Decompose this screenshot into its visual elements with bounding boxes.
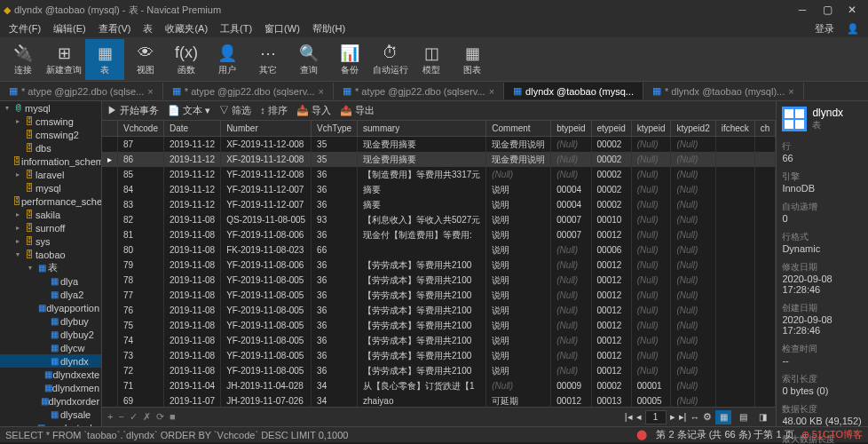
tree-item-mysql[interactable]: ▾🛢mysql <box>0 101 101 115</box>
table-row[interactable]: ▸862019-11-12XF-2019-11-12-00835现金费用摘要现金… <box>102 152 776 167</box>
tree-item-surnoff[interactable]: ▸🗄surnoff <box>0 221 101 234</box>
table-row[interactable]: 852019-11-12YF-2019-11-12-00836【制造费用】等费用… <box>102 167 776 182</box>
pager-limit[interactable]: ↔ <box>690 412 699 423</box>
pager-page-input[interactable] <box>645 410 667 424</box>
ctb-排序[interactable]: ↕ 排序 <box>260 104 288 117</box>
table-row[interactable]: 752019-11-08YF-2019-11-08-00536【劳劳成本】等费用… <box>102 318 776 333</box>
tree-item-goodsstocks[interactable]: ▦goodsstocks <box>0 421 101 426</box>
tree-item-dlysale[interactable]: ▦dlysale <box>0 408 101 421</box>
user-icon[interactable]: 👤 <box>841 21 864 36</box>
pager-first[interactable]: |◂ <box>625 411 633 423</box>
tool-查询[interactable]: 🔍查询 <box>289 39 328 80</box>
tool-自动运行[interactable]: ⏱自动运行 <box>371 39 410 80</box>
menu-view[interactable]: 查看(V) <box>93 20 137 37</box>
col-ch[interactable]: ch <box>754 121 776 137</box>
panel-toggle-button[interactable]: ◨ <box>754 410 770 424</box>
tree-item-cmswing[interactable]: ▸🗄cmswing <box>0 115 101 128</box>
col-Number[interactable]: Number <box>221 121 312 137</box>
table-row[interactable]: 742019-11-08YF-2019-11-08-00536【劳劳成本】等费用… <box>102 333 776 348</box>
col-Date[interactable]: Date <box>163 121 220 137</box>
tool-新建查询[interactable]: ⊞新建查询 <box>44 39 83 80</box>
menu-help[interactable]: 帮助(H) <box>307 20 351 37</box>
table-row[interactable]: 822019-11-08QS-2019-11-08-00593【利息收入】等收入… <box>102 212 776 227</box>
ctb-文本 ▾[interactable]: 📄 文本 ▾ <box>168 104 210 117</box>
tab[interactable]: ▦* dlyndx @taobao (mysql)...× <box>643 83 804 99</box>
table-row[interactable]: 692019-11-07JH-2019-11-07-02634zhaiyao可延… <box>102 393 776 407</box>
tool-其它[interactable]: ⋯其它 <box>249 39 288 80</box>
table-row[interactable]: 812019-11-08YF-2019-11-08-00636现金付【制造费用】… <box>102 227 776 242</box>
tool-用户[interactable]: 👤用户 <box>208 39 247 80</box>
tree-item-dlyndxmen[interactable]: ▦dlyndxmen <box>0 381 101 394</box>
tree-item-dlya[interactable]: ▦dlya <box>0 274 101 288</box>
menu-favorite[interactable]: 收藏夹(A) <box>160 20 213 37</box>
table-row[interactable]: 872019-11-12XF-2019-11-12-00835现金费用摘要现金费… <box>102 137 776 153</box>
table-row[interactable]: 782019-11-08YF-2019-11-08-00536【劳劳成本】等费用… <box>102 273 776 288</box>
tool-表[interactable]: ▦表 <box>85 39 124 80</box>
grid-view-button[interactable]: ▦ <box>715 410 731 424</box>
tool-模型[interactable]: ◫模型 <box>412 39 451 80</box>
tree-item-dlyndx[interactable]: ▦dlyndx <box>0 354 101 368</box>
tab[interactable]: ▦* atype @gjp22.dbo (sqlse...× <box>0 83 163 99</box>
tree-item-mysql[interactable]: 🗄mysql <box>0 181 101 194</box>
tree-item-information_schema[interactable]: 🗄information_schema <box>0 155 101 168</box>
tree-item-cmswing2[interactable]: 🗄cmswing2 <box>0 128 101 141</box>
table-row[interactable]: 842019-11-12YF-2019-11-12-00736摘要说明00004… <box>102 182 776 197</box>
col-VchType[interactable]: VchType <box>312 121 358 137</box>
table-row[interactable]: 712019-11-04JH-2019-11-04-02834从【良心零食】订货… <box>102 378 776 393</box>
tree-item-sakila[interactable]: ▸🗄sakila <box>0 208 101 221</box>
tree-item-laravel[interactable]: ▸🗄laravel <box>0 168 101 181</box>
tree-item-sys[interactable]: ▸🗄sys <box>0 234 101 248</box>
tree-item-dlyndxorder[interactable]: ▦dlyndxorder <box>0 394 101 408</box>
tree-item-taobao[interactable]: ▾🗄taobao <box>0 248 101 261</box>
tab[interactable]: ▦* atype @gjp22.dbo (sqlserv...× <box>334 83 504 99</box>
cancel-button[interactable]: ✗ <box>143 411 151 423</box>
col-ktypeid2[interactable]: ktypeid2 <box>671 121 715 137</box>
table-row[interactable]: 792019-11-08YF-2019-11-08-00636【劳劳成本】等费用… <box>102 258 776 273</box>
ctb-导入[interactable]: 📥 导入 <box>296 104 331 117</box>
menu-window[interactable]: 窗口(W) <box>259 20 305 37</box>
tree-item-表[interactable]: ▾▦表 <box>0 261 101 274</box>
pager-last[interactable]: ▸| <box>679 411 687 423</box>
table-row[interactable]: 772019-11-08YF-2019-11-08-00536【劳劳成本】等费用… <box>102 288 776 303</box>
tool-备份[interactable]: 📊备份 <box>330 39 369 80</box>
tree-item-dlycw[interactable]: ▦dlycw <box>0 341 101 354</box>
tree-item-performance_schema[interactable]: 🗄performance_schema <box>0 194 101 208</box>
col-Comment[interactable]: Comment <box>486 121 551 137</box>
add-row-button[interactable]: + <box>107 411 113 423</box>
table-row[interactable]: 722019-11-08YF-2019-11-08-00536【劳劳成本】等费用… <box>102 363 776 378</box>
refresh-button[interactable]: ⟳ <box>156 411 164 423</box>
pager-prev[interactable]: ◂ <box>636 411 642 423</box>
col-summary[interactable]: summary <box>358 121 486 137</box>
table-row[interactable]: 802019-11-08FK-2019-11-08-02366说明(Null)0… <box>102 242 776 258</box>
tab[interactable]: ▦dlyndx @taobao (mysq... <box>504 83 643 99</box>
login-button[interactable]: 登录 <box>809 20 840 37</box>
data-grid[interactable]: VchcodeDateNumberVchTypesummaryCommentbt… <box>102 121 776 407</box>
menu-edit[interactable]: 编辑(E) <box>48 20 91 37</box>
delete-row-button[interactable]: − <box>119 411 124 423</box>
pager-next[interactable]: ▸ <box>670 411 675 423</box>
tree-item-dlya2[interactable]: ▦dlya2 <box>0 288 101 301</box>
commit-button[interactable]: ✓ <box>130 411 138 423</box>
tree-item-dlyndxexte[interactable]: ▦dlyndxexte <box>0 368 101 381</box>
col-ifcheck[interactable]: ifcheck <box>715 121 754 137</box>
form-view-button[interactable]: ▤ <box>735 410 751 424</box>
col-ktypeid[interactable]: ktypeid <box>631 121 671 137</box>
col-Vchcode[interactable]: Vchcode <box>118 121 164 137</box>
menu-tools[interactable]: 工具(T) <box>215 20 257 37</box>
maximize-button[interactable]: ▢ <box>815 4 840 16</box>
menu-file[interactable]: 文件(F) <box>4 20 46 37</box>
stop-button[interactable]: ■ <box>170 411 176 423</box>
tree-item-dbs[interactable]: 🗄dbs <box>0 141 101 155</box>
ctb-导出[interactable]: 📤 导出 <box>340 104 375 117</box>
col-[interactable] <box>102 121 118 137</box>
table-row[interactable]: 732019-11-08YF-2019-11-08-00536【劳劳成本】等费用… <box>102 348 776 363</box>
pager-settings[interactable]: ⚙ <box>703 411 712 423</box>
tool-视图[interactable]: 👁视图 <box>126 39 165 80</box>
db-tree[interactable]: ▾🛢mysql▸🗄cmswing🗄cmswing2🗄dbs🗄informatio… <box>0 101 102 426</box>
close-button[interactable]: ✕ <box>840 4 864 16</box>
col-btypeid[interactable]: btypeid <box>551 121 591 137</box>
ctb-筛选[interactable]: ▽ 筛选 <box>219 104 251 117</box>
table-row[interactable]: 832019-11-12YF-2019-11-12-00736摘要说明00004… <box>102 197 776 212</box>
col-etypeid[interactable]: etypeid <box>591 121 631 137</box>
ctb-开始事务[interactable]: ▶ 开始事务 <box>107 104 159 117</box>
